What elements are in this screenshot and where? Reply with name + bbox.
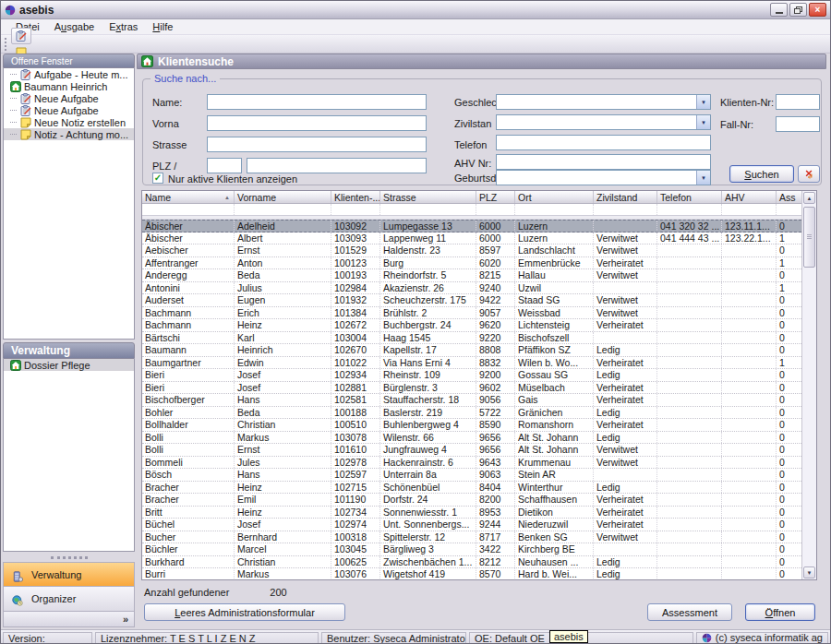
chevron-down-icon[interactable]: ▼ — [696, 115, 710, 129]
table-row[interactable]: BracherEmil101190Dorfstr. 248200Schaffha… — [142, 494, 801, 507]
scroll-down-icon[interactable]: ▼ — [803, 566, 815, 578]
ahv-input[interactable] — [496, 154, 711, 170]
nav-organizer-button[interactable]: Organizer — [3, 587, 135, 612]
table-row[interactable]: ÄbischerAlbert103093Lappenweg 116000Luze… — [142, 233, 801, 245]
geburtsdatum-select[interactable]: ▼ — [496, 170, 711, 185]
table-row[interactable]: BucherBernhard100318Spittelerstr. 128717… — [142, 531, 801, 544]
table-cell: Verwitwet — [594, 269, 657, 281]
table-cell: 0 — [777, 444, 801, 456]
table-row[interactable]: BüchelJosef102974Unt. Sonnenbergs...9244… — [142, 519, 801, 531]
assessment-button[interactable]: Assessment — [647, 603, 732, 621]
filter-cell[interactable] — [777, 204, 801, 215]
column-header[interactable]: Vorname — [235, 191, 331, 203]
table-row[interactable]: BaumannHeinrich102670Kapellstr. 178808Pf… — [142, 344, 801, 357]
column-header[interactable]: Strasse — [380, 191, 476, 203]
column-header[interactable]: Name▲ — [142, 191, 235, 203]
filter-cell[interactable] — [380, 204, 476, 215]
filter-cell[interactable] — [142, 204, 235, 215]
table-row[interactable]: AffentrangerAnton100123Burg6020Emmenbrüc… — [142, 257, 801, 270]
list-item[interactable]: Neue Aufgabe — [4, 104, 134, 116]
active-clients-checkbox[interactable]: ✓ — [152, 173, 163, 184]
column-header[interactable]: AHV — [722, 191, 777, 203]
column-header[interactable]: Zivilstand — [594, 191, 657, 203]
table-row[interactable]: BüchlerMarcel103045Bärgliweg 33422Kirchb… — [142, 543, 801, 556]
table-row[interactable]: BachmannHeinz102672Buchbergstr. 249620Li… — [142, 319, 801, 332]
column-header[interactable]: Ort — [515, 191, 594, 203]
table-row[interactable]: BohlerBeda100188Baslerstr. 2195722Gränic… — [142, 407, 801, 420]
filter-cell[interactable] — [331, 204, 380, 215]
table-row[interactable]: BracherHeinz102715Schönenbüel8404Wintert… — [142, 482, 801, 495]
column-header[interactable]: Ass — [777, 191, 801, 203]
table-row[interactable]: AebischerErnst101529Haldenstr. 238597Lan… — [142, 244, 801, 257]
list-item[interactable]: Dossier Pflege — [4, 359, 134, 371]
zivilstand-select[interactable]: ▼ — [496, 114, 711, 130]
strasse-input[interactable] — [207, 137, 427, 152]
new-task-button[interactable] — [11, 28, 31, 44]
table-cell: 9244 — [476, 519, 515, 531]
geschlecht-select[interactable]: ▼ — [496, 94, 711, 110]
menu-extras[interactable]: Extras — [102, 21, 145, 32]
table-cell — [657, 531, 722, 543]
restore-button[interactable] — [789, 3, 807, 17]
filter-cell[interactable] — [657, 204, 722, 215]
name-input[interactable] — [207, 94, 427, 110]
table-row[interactable]: AudersetEugen101932Scheuchzerstr. 175942… — [142, 294, 801, 307]
table-cell — [657, 257, 722, 269]
table-row[interactable]: BommeliJules102978Hackenrainstr. 69643Kr… — [142, 457, 801, 470]
column-header[interactable]: Telefon — [657, 191, 722, 203]
scroll-up-icon[interactable]: ▲ — [803, 192, 815, 204]
search-button[interactable]: Suchen — [729, 165, 794, 183]
list-item[interactable]: Aufgabe - Heute m... — [4, 68, 134, 80]
filter-cell[interactable] — [594, 204, 657, 215]
table-row[interactable]: BrittHeinz102734Sonnenwiesstr. 18953Diet… — [142, 507, 801, 519]
table-row[interactable]: BachmannErich101384Brühlstr. 29057Weissb… — [142, 307, 801, 320]
sidebar-more-button[interactable]: » — [3, 612, 135, 627]
table-row[interactable]: BärtschiKarl103004Haag 15459220Bischofsz… — [142, 332, 801, 345]
table-row[interactable]: ÄbischerAdelheid103092Lumpegasse 136000L… — [142, 220, 801, 233]
table-row[interactable]: BollhalderChristian100510Buhlenbergweg 4… — [142, 419, 801, 432]
table-row[interactable]: BurriMarkus103076Wigetshof 4198570Hard b… — [142, 568, 801, 580]
list-item[interactable]: Baumann Heinrich — [4, 80, 134, 92]
clear-search-button[interactable] — [798, 165, 820, 183]
table-cell: Adelheid — [235, 221, 331, 232]
telefon-input[interactable] — [496, 135, 711, 150]
menu-ausgabe[interactable]: Ausgabe — [47, 21, 102, 32]
chevron-down-icon[interactable]: ▼ — [696, 95, 710, 109]
sidebar-splitter-grip[interactable] — [51, 556, 88, 559]
table-row[interactable]: BurkhardChristian100625Zwischenbächen 1.… — [142, 556, 801, 569]
table-row[interactable]: AndereggBeda100193Rheindorfstr. 58215Hal… — [142, 269, 801, 282]
ort-input[interactable] — [247, 158, 427, 173]
column-header[interactable]: PLZ — [476, 191, 515, 203]
grid-filter-row[interactable] — [142, 204, 801, 216]
table-row[interactable]: BieriJosef102934Rheinstr. 1099200Gossau … — [142, 369, 801, 382]
nav-verwaltung-button[interactable]: Verwaltung — [3, 562, 135, 587]
vorname-input[interactable] — [207, 115, 427, 131]
table-row[interactable]: BieriJosef102881Bürglenstr. 39602Müselba… — [142, 382, 801, 395]
empty-admin-form-button[interactable]: Leeres Administrationsformular — [144, 603, 345, 621]
close-button[interactable]: × — [809, 3, 826, 17]
list-item[interactable]: Neue Aufgabe — [4, 92, 134, 104]
list-item[interactable]: Notiz - Achtung mo... — [4, 128, 134, 140]
table-row[interactable]: BöschHans102597Unterrain 8a9063Stein AR0 — [142, 469, 801, 482]
chevron-down-icon[interactable]: ▼ — [696, 171, 710, 185]
vertical-scrollbar[interactable]: ▲ ▼ — [801, 191, 816, 579]
fall-nr-input[interactable] — [776, 116, 820, 132]
table-row[interactable]: BaumgartnerEdwin101022Via Hans Erni 4883… — [142, 357, 801, 370]
table-row[interactable]: BolliErnst101610Jungfrauweg 49656Alt St.… — [142, 444, 801, 457]
klienten-nr-input[interactable] — [776, 94, 820, 110]
plz-input[interactable] — [207, 158, 242, 173]
filter-cell[interactable] — [722, 204, 777, 215]
filter-cell[interactable] — [515, 204, 594, 215]
filter-cell[interactable] — [476, 204, 515, 215]
tree-line — [10, 74, 17, 75]
open-button[interactable]: Öffnen — [745, 603, 815, 621]
column-header[interactable]: Klienten-... — [331, 191, 380, 203]
menu-hilfe[interactable]: Hilfe — [145, 21, 180, 32]
scrollbar-thumb[interactable] — [803, 207, 815, 268]
minimize-button[interactable] — [770, 3, 788, 17]
filter-cell[interactable] — [235, 204, 331, 215]
table-row[interactable]: BolliMarkus103078Wilenstr. 669656Alt St.… — [142, 432, 801, 445]
table-row[interactable]: AntoniniJulius102984Akazienstr. 269240Uz… — [142, 282, 801, 295]
list-item[interactable]: Neue Notiz erstellen — [4, 116, 134, 128]
table-row[interactable]: BischofbergerHans102581Stauffacherstr. 1… — [142, 394, 801, 407]
